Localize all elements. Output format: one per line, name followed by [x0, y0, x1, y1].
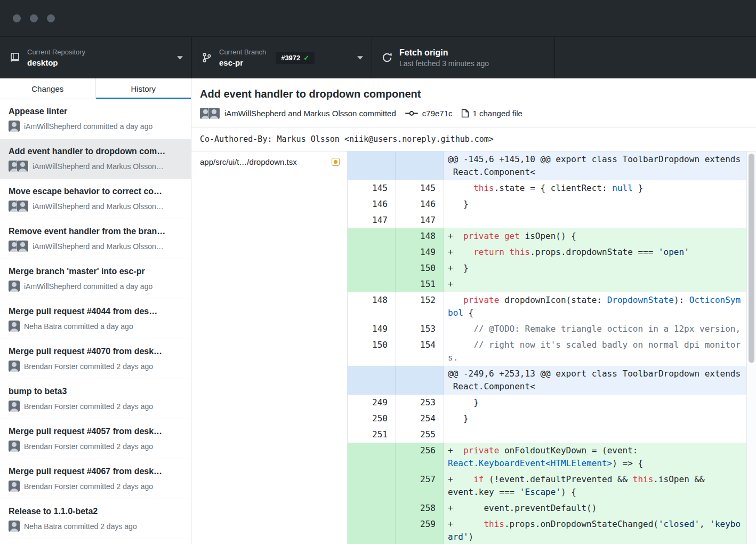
- commit-title: Add event handler to dropdown component: [200, 87, 747, 101]
- commit-item-title: Merge pull request #4067 from desk…: [9, 466, 182, 477]
- diff-gutter-new: 153: [396, 321, 444, 337]
- last-fetched-text: Last fetched 3 minutes ago: [399, 59, 489, 68]
- diff-line-row: 151+: [348, 276, 756, 292]
- tab-changes[interactable]: Changes: [0, 78, 96, 99]
- avatar: [208, 108, 220, 119]
- diff-gutter-old: 251: [348, 427, 396, 443]
- commit-meta-text: iAmWillShepherd and Markus Olsson…: [33, 202, 164, 211]
- close-window-button[interactable]: [13, 14, 21, 22]
- fetch-origin-button[interactable]: Fetch origin Last fetched 3 minutes ago: [372, 37, 554, 78]
- commit-list-item[interactable]: Merge pull request #4067 from desk…Brend…: [0, 459, 191, 499]
- diff-gutter-new: 259: [396, 516, 444, 544]
- diff-line-row: 146146 }: [348, 196, 756, 212]
- diff-rows: @@ -145,6 +145,10 @@ export class Toolba…: [348, 151, 756, 544]
- commit-list-item[interactable]: Release to 1.1.0-beta2Neha Batra committ…: [0, 499, 191, 539]
- current-branch-value: esc-pr: [219, 58, 266, 68]
- commit-item-title: Move escape behavior to correct co…: [9, 186, 182, 197]
- diff-line-row: 258+ event.preventDefault(): [348, 500, 756, 516]
- avatar-stack: [9, 161, 28, 172]
- changed-files-count: 1 changed file: [473, 109, 522, 118]
- commit-item-meta: iAmWillShepherd and Markus Olsson…: [9, 161, 182, 172]
- diff-gutter-old: [348, 366, 396, 395]
- diff-code-cell: +: [444, 276, 756, 292]
- commit-list-item[interactable]: Remove event handler from the bran…iAmWi…: [0, 219, 191, 259]
- commit-summary: Add event handler to dropdown component …: [191, 78, 756, 127]
- diff-line-row: 150+ }: [348, 260, 756, 276]
- diff-gutter-old: [348, 443, 396, 471]
- diff-line-row: 257+ if (!event.defaultPrevented && this…: [348, 471, 756, 500]
- commit-meta-text: iAmWillShepherd committed a day ago: [24, 282, 152, 291]
- commit-list-item[interactable]: bump to beta3Brendan Forster committed 2…: [0, 379, 191, 419]
- current-repository-button[interactable]: Current Repository desktop: [0, 37, 191, 78]
- changed-files-list: app/src/ui/t…/dropdown.tsx: [191, 151, 348, 544]
- diff-gutter-new: 147: [396, 212, 444, 228]
- diff-viewer: @@ -145,6 +145,10 @@ export class Toolba…: [348, 151, 756, 544]
- avatar: [9, 401, 20, 412]
- ci-check-icon: ✓: [303, 54, 309, 62]
- diff-line-row: 250254 }: [348, 411, 756, 427]
- avatar: [9, 521, 20, 532]
- pr-number: #3972: [281, 54, 300, 62]
- commit-item-meta: iAmWillShepherd and Markus Olsson…: [9, 201, 182, 212]
- commit-item-meta: Neha Batra committed a day ago: [9, 321, 182, 332]
- avatar-stack: [9, 521, 20, 532]
- commit-item-meta: Brendan Forster committed 2 days ago: [9, 361, 182, 372]
- commit-list-item[interactable]: Move escape behavior to correct co…iAmWi…: [0, 179, 191, 219]
- commit-item-title: Merge pull request #4057 from desk…: [9, 426, 182, 437]
- diff-code-cell: private dropdownIcon(state: DropdownStat…: [444, 292, 756, 321]
- avatar: [17, 241, 28, 252]
- diff-code-cell: + this.props.onDropdownStateChanged('clo…: [444, 516, 756, 544]
- current-repository-label: Current Repository: [27, 48, 85, 57]
- diff-gutter-new: 152: [396, 292, 444, 321]
- diff-gutter-old: 146: [348, 196, 396, 212]
- avatar: [9, 441, 20, 452]
- diff-code-cell: }: [444, 395, 756, 411]
- commit-meta-text: iAmWillShepherd and Markus Olsson…: [33, 242, 164, 251]
- commit-list-item[interactable]: Merge pull request #4053 from d…Brendan …: [0, 539, 191, 544]
- commit-sha: c79e71c: [422, 109, 453, 118]
- titlebar: [0, 0, 756, 36]
- tab-history[interactable]: History: [96, 78, 191, 99]
- commit-list-item[interactable]: Add event handler to dropdown com…iAmWil…: [0, 139, 191, 179]
- commit-item-title: Release to 1.1.0-beta2: [9, 506, 182, 517]
- current-branch-button[interactable]: Current Branch esc-pr #3972 ✓: [191, 37, 372, 78]
- diff-code-cell: + if (!event.defaultPrevented && this.is…: [444, 471, 756, 500]
- diff-code-cell: this.state = { clientRect: null }: [444, 180, 756, 196]
- avatar: [9, 281, 20, 292]
- file-list-item[interactable]: app/src/ui/t…/dropdown.tsx: [191, 151, 347, 172]
- diff-gutter-old: 249: [348, 395, 396, 411]
- file-modified-status-icon: [332, 158, 340, 166]
- zoom-window-button[interactable]: [47, 14, 55, 22]
- sidebar: Changes History Appease linteriAmWillShe…: [0, 78, 191, 544]
- avatar: [9, 481, 20, 492]
- chevron-down-icon: [177, 56, 183, 60]
- git-branch-icon: [200, 52, 213, 63]
- diff-gutter-old: 145: [348, 180, 396, 196]
- diff-scrollbar-thumb[interactable]: [749, 154, 754, 363]
- commit-list-item[interactable]: Merge pull request #4057 from desk…Brend…: [0, 419, 191, 459]
- minimize-window-button[interactable]: [30, 14, 38, 22]
- avatar-stack: [9, 241, 28, 252]
- commit-list-item[interactable]: Merge pull request #4070 from desk…Brend…: [0, 339, 191, 379]
- pr-status-badge: #3972 ✓: [276, 52, 315, 64]
- file-path: app/src/ui/t…/dropdown.tsx: [200, 157, 332, 166]
- commit-item-meta: iAmWillShepherd and Markus Olsson…: [9, 241, 182, 252]
- diff-gutter-new: [396, 151, 444, 180]
- diff-scrollbar-track[interactable]: [746, 151, 756, 544]
- commit-list-item[interactable]: Appease linteriAmWillShepherd committed …: [0, 99, 191, 139]
- diff-line-row: 149153 // @TODO: Remake triangle octicon…: [348, 321, 756, 337]
- diff-code-cell: [444, 427, 756, 443]
- commit-meta-row: iAmWillShepherd and Markus Olsson commit…: [200, 108, 747, 119]
- avatar-stack: [9, 441, 20, 452]
- diff-code-cell: @@ -249,6 +253,13 @@ export class Toolba…: [444, 366, 756, 395]
- commit-list-item[interactable]: Merge pull request #4044 from des…Neha B…: [0, 299, 191, 339]
- commit-item-title: bump to beta3: [9, 386, 182, 397]
- commit-meta-text: iAmWillShepherd committed a day ago: [24, 122, 152, 131]
- commit-list-item[interactable]: Merge branch 'master' into esc-priAmWill…: [0, 259, 191, 299]
- diff-line-row: 149+ return this.props.dropdownState ===…: [348, 244, 756, 260]
- commit-description: Co-Authored-By: Markus Olsson <niik@user…: [191, 127, 756, 151]
- diff-line-row: 147147: [348, 212, 756, 228]
- diff-gutter-old: [348, 500, 396, 516]
- diff-gutter-old: 148: [348, 292, 396, 321]
- diff-gutter-old: [348, 516, 396, 544]
